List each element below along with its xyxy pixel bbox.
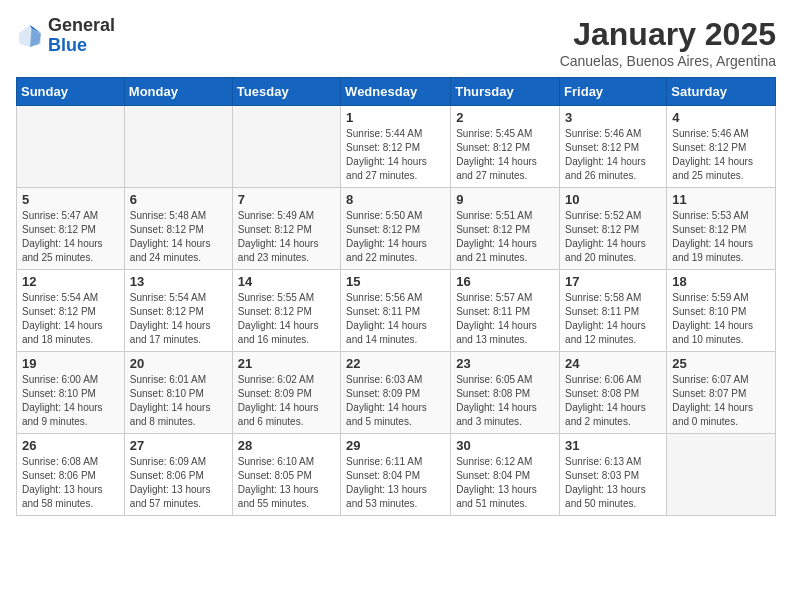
day-cell: 18Sunrise: 5:59 AM Sunset: 8:10 PM Dayli…: [667, 270, 776, 352]
day-cell: 17Sunrise: 5:58 AM Sunset: 8:11 PM Dayli…: [560, 270, 667, 352]
day-cell: 26Sunrise: 6:08 AM Sunset: 8:06 PM Dayli…: [17, 434, 125, 516]
day-cell: 28Sunrise: 6:10 AM Sunset: 8:05 PM Dayli…: [232, 434, 340, 516]
day-number: 10: [565, 192, 661, 207]
day-number: 27: [130, 438, 227, 453]
day-info: Sunrise: 5:54 AM Sunset: 8:12 PM Dayligh…: [130, 291, 227, 347]
day-number: 24: [565, 356, 661, 371]
day-info: Sunrise: 6:08 AM Sunset: 8:06 PM Dayligh…: [22, 455, 119, 511]
calendar-body: 1Sunrise: 5:44 AM Sunset: 8:12 PM Daylig…: [17, 106, 776, 516]
header-friday: Friday: [560, 78, 667, 106]
day-cell: 2Sunrise: 5:45 AM Sunset: 8:12 PM Daylig…: [451, 106, 560, 188]
day-info: Sunrise: 5:44 AM Sunset: 8:12 PM Dayligh…: [346, 127, 445, 183]
day-number: 17: [565, 274, 661, 289]
month-title: January 2025: [560, 16, 776, 53]
day-info: Sunrise: 5:46 AM Sunset: 8:12 PM Dayligh…: [672, 127, 770, 183]
day-info: Sunrise: 5:58 AM Sunset: 8:11 PM Dayligh…: [565, 291, 661, 347]
header-tuesday: Tuesday: [232, 78, 340, 106]
logo-text: General Blue: [48, 16, 115, 56]
logo-blue: Blue: [48, 36, 115, 56]
day-info: Sunrise: 5:56 AM Sunset: 8:11 PM Dayligh…: [346, 291, 445, 347]
day-number: 5: [22, 192, 119, 207]
week-row-1: 1Sunrise: 5:44 AM Sunset: 8:12 PM Daylig…: [17, 106, 776, 188]
day-info: Sunrise: 6:00 AM Sunset: 8:10 PM Dayligh…: [22, 373, 119, 429]
day-info: Sunrise: 5:54 AM Sunset: 8:12 PM Dayligh…: [22, 291, 119, 347]
day-info: Sunrise: 5:57 AM Sunset: 8:11 PM Dayligh…: [456, 291, 554, 347]
day-cell: 16Sunrise: 5:57 AM Sunset: 8:11 PM Dayli…: [451, 270, 560, 352]
day-number: 22: [346, 356, 445, 371]
day-info: Sunrise: 6:06 AM Sunset: 8:08 PM Dayligh…: [565, 373, 661, 429]
logo-general: General: [48, 16, 115, 36]
day-number: 19: [22, 356, 119, 371]
day-info: Sunrise: 5:46 AM Sunset: 8:12 PM Dayligh…: [565, 127, 661, 183]
day-cell: 1Sunrise: 5:44 AM Sunset: 8:12 PM Daylig…: [341, 106, 451, 188]
day-cell: 11Sunrise: 5:53 AM Sunset: 8:12 PM Dayli…: [667, 188, 776, 270]
day-cell: 10Sunrise: 5:52 AM Sunset: 8:12 PM Dayli…: [560, 188, 667, 270]
day-cell: 15Sunrise: 5:56 AM Sunset: 8:11 PM Dayli…: [341, 270, 451, 352]
day-info: Sunrise: 5:49 AM Sunset: 8:12 PM Dayligh…: [238, 209, 335, 265]
day-cell: [232, 106, 340, 188]
day-cell: 8Sunrise: 5:50 AM Sunset: 8:12 PM Daylig…: [341, 188, 451, 270]
day-number: 2: [456, 110, 554, 125]
day-number: 16: [456, 274, 554, 289]
day-number: 21: [238, 356, 335, 371]
day-cell: 29Sunrise: 6:11 AM Sunset: 8:04 PM Dayli…: [341, 434, 451, 516]
day-number: 9: [456, 192, 554, 207]
header-thursday: Thursday: [451, 78, 560, 106]
day-info: Sunrise: 6:02 AM Sunset: 8:09 PM Dayligh…: [238, 373, 335, 429]
header-sunday: Sunday: [17, 78, 125, 106]
day-info: Sunrise: 5:55 AM Sunset: 8:12 PM Dayligh…: [238, 291, 335, 347]
day-number: 28: [238, 438, 335, 453]
header-monday: Monday: [124, 78, 232, 106]
day-info: Sunrise: 6:05 AM Sunset: 8:08 PM Dayligh…: [456, 373, 554, 429]
day-cell: 14Sunrise: 5:55 AM Sunset: 8:12 PM Dayli…: [232, 270, 340, 352]
week-row-3: 12Sunrise: 5:54 AM Sunset: 8:12 PM Dayli…: [17, 270, 776, 352]
day-number: 29: [346, 438, 445, 453]
day-info: Sunrise: 5:52 AM Sunset: 8:12 PM Dayligh…: [565, 209, 661, 265]
day-info: Sunrise: 5:51 AM Sunset: 8:12 PM Dayligh…: [456, 209, 554, 265]
calendar-table: SundayMondayTuesdayWednesdayThursdayFrid…: [16, 77, 776, 516]
logo-icon: [16, 22, 44, 50]
day-number: 31: [565, 438, 661, 453]
day-info: Sunrise: 5:50 AM Sunset: 8:12 PM Dayligh…: [346, 209, 445, 265]
day-number: 7: [238, 192, 335, 207]
day-number: 12: [22, 274, 119, 289]
calendar-header-row: SundayMondayTuesdayWednesdayThursdayFrid…: [17, 78, 776, 106]
day-info: Sunrise: 6:11 AM Sunset: 8:04 PM Dayligh…: [346, 455, 445, 511]
day-cell: 20Sunrise: 6:01 AM Sunset: 8:10 PM Dayli…: [124, 352, 232, 434]
day-cell: 5Sunrise: 5:47 AM Sunset: 8:12 PM Daylig…: [17, 188, 125, 270]
logo: General Blue: [16, 16, 115, 56]
day-cell: 21Sunrise: 6:02 AM Sunset: 8:09 PM Dayli…: [232, 352, 340, 434]
day-cell: 6Sunrise: 5:48 AM Sunset: 8:12 PM Daylig…: [124, 188, 232, 270]
day-cell: 4Sunrise: 5:46 AM Sunset: 8:12 PM Daylig…: [667, 106, 776, 188]
day-info: Sunrise: 5:59 AM Sunset: 8:10 PM Dayligh…: [672, 291, 770, 347]
day-cell: 24Sunrise: 6:06 AM Sunset: 8:08 PM Dayli…: [560, 352, 667, 434]
day-number: 4: [672, 110, 770, 125]
day-number: 1: [346, 110, 445, 125]
day-info: Sunrise: 6:07 AM Sunset: 8:07 PM Dayligh…: [672, 373, 770, 429]
day-cell: 19Sunrise: 6:00 AM Sunset: 8:10 PM Dayli…: [17, 352, 125, 434]
day-cell: 9Sunrise: 5:51 AM Sunset: 8:12 PM Daylig…: [451, 188, 560, 270]
day-number: 14: [238, 274, 335, 289]
day-cell: 30Sunrise: 6:12 AM Sunset: 8:04 PM Dayli…: [451, 434, 560, 516]
week-row-2: 5Sunrise: 5:47 AM Sunset: 8:12 PM Daylig…: [17, 188, 776, 270]
day-info: Sunrise: 5:45 AM Sunset: 8:12 PM Dayligh…: [456, 127, 554, 183]
day-number: 25: [672, 356, 770, 371]
day-info: Sunrise: 6:01 AM Sunset: 8:10 PM Dayligh…: [130, 373, 227, 429]
title-block: January 2025 Canuelas, Buenos Aires, Arg…: [560, 16, 776, 69]
day-info: Sunrise: 6:09 AM Sunset: 8:06 PM Dayligh…: [130, 455, 227, 511]
day-info: Sunrise: 5:53 AM Sunset: 8:12 PM Dayligh…: [672, 209, 770, 265]
day-info: Sunrise: 6:12 AM Sunset: 8:04 PM Dayligh…: [456, 455, 554, 511]
location-subtitle: Canuelas, Buenos Aires, Argentina: [560, 53, 776, 69]
day-cell: 31Sunrise: 6:13 AM Sunset: 8:03 PM Dayli…: [560, 434, 667, 516]
header-saturday: Saturday: [667, 78, 776, 106]
day-info: Sunrise: 5:47 AM Sunset: 8:12 PM Dayligh…: [22, 209, 119, 265]
day-cell: 25Sunrise: 6:07 AM Sunset: 8:07 PM Dayli…: [667, 352, 776, 434]
day-cell: 12Sunrise: 5:54 AM Sunset: 8:12 PM Dayli…: [17, 270, 125, 352]
day-number: 8: [346, 192, 445, 207]
day-info: Sunrise: 6:10 AM Sunset: 8:05 PM Dayligh…: [238, 455, 335, 511]
week-row-4: 19Sunrise: 6:00 AM Sunset: 8:10 PM Dayli…: [17, 352, 776, 434]
day-cell: [17, 106, 125, 188]
day-cell: 13Sunrise: 5:54 AM Sunset: 8:12 PM Dayli…: [124, 270, 232, 352]
day-number: 6: [130, 192, 227, 207]
day-info: Sunrise: 6:13 AM Sunset: 8:03 PM Dayligh…: [565, 455, 661, 511]
